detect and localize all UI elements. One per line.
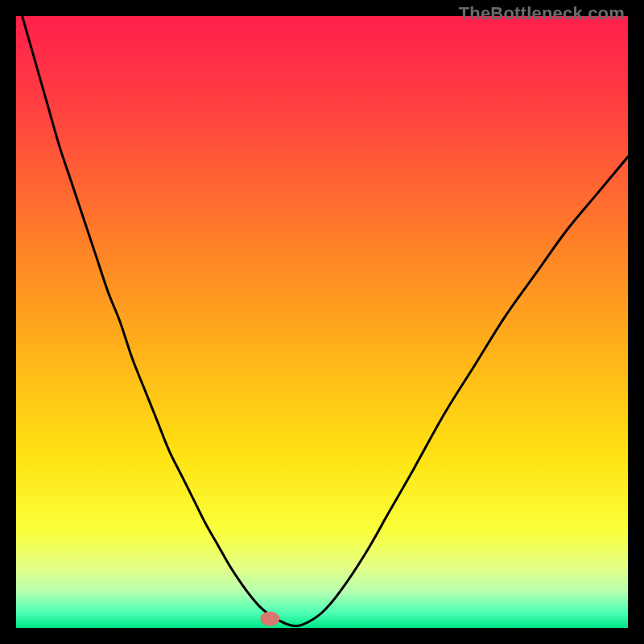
chart-svg bbox=[16, 16, 628, 628]
chart-frame bbox=[16, 16, 628, 628]
watermark-text: TheBottleneck.com bbox=[459, 3, 625, 24]
gradient-background bbox=[16, 16, 628, 628]
optimal-marker bbox=[260, 612, 279, 626]
